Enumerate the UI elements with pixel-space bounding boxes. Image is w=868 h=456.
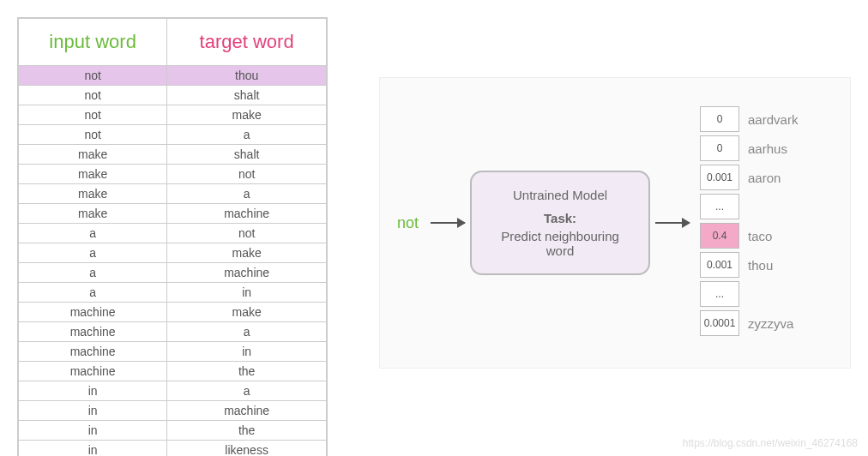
table-row: nota (19, 125, 327, 145)
output-row: ... (700, 194, 798, 219)
output-prob: ... (700, 281, 739, 307)
cell-input: make (19, 204, 167, 224)
cell-target: make (167, 303, 327, 322)
cell-input: not (19, 66, 167, 86)
cell-input: make (19, 165, 167, 184)
table-row: makea (19, 184, 327, 204)
cell-target: thou (167, 66, 327, 86)
table-row: notshalt (19, 86, 327, 105)
output-row: 0.001thou (700, 252, 798, 278)
output-row: 0.4taco (700, 223, 798, 249)
table-row: notmake (19, 105, 327, 125)
output-word: thou (748, 258, 773, 273)
input-word-label: not (397, 214, 419, 232)
cell-target: likeness (167, 441, 327, 457)
output-prob: 0 (700, 106, 739, 132)
cell-input: not (19, 105, 167, 125)
model-title: Untrained Model (491, 188, 630, 202)
table-row: anot (19, 224, 327, 243)
table-row: ina (19, 381, 327, 401)
output-word: aarhus (748, 141, 787, 156)
cell-input: make (19, 145, 167, 165)
table-row: amake (19, 243, 327, 263)
output-row: 0aardvark (700, 106, 798, 132)
cell-input: not (19, 86, 167, 105)
output-prob: 0 (700, 135, 739, 161)
cell-target: a (167, 381, 327, 401)
table-row: notthou (19, 66, 327, 86)
output-prob: 0.0001 (700, 310, 739, 336)
cell-target: not (167, 224, 327, 243)
cell-target: make (167, 243, 327, 263)
arrow-out-icon (655, 222, 690, 224)
output-prob: 0.001 (700, 252, 739, 278)
model-diagram: not Untrained Model Task: Predict neighb… (379, 77, 851, 369)
table-row: inmachine (19, 401, 327, 421)
cell-target: machine (167, 401, 327, 421)
header-input-word: input word (19, 19, 167, 66)
output-row: 0.001aaron (700, 165, 798, 190)
model-task-desc: Predict neighbouring word (491, 229, 630, 258)
cell-target: the (167, 362, 327, 381)
output-word: taco (748, 229, 772, 243)
cell-target: the (167, 421, 327, 441)
cell-target: shalt (167, 145, 327, 165)
table-row: makenot (19, 165, 327, 184)
cell-target: shalt (167, 86, 327, 105)
cell-input: a (19, 283, 167, 303)
output-row: 0.0001zyzzyva (700, 310, 798, 336)
cell-target: in (167, 342, 327, 362)
table-row: machinemake (19, 303, 327, 322)
watermark: https://blog.csdn.net/weixin_46274168 (683, 437, 858, 449)
cell-input: not (19, 125, 167, 145)
output-prob: ... (700, 194, 739, 219)
table-row: machinea (19, 322, 327, 342)
cell-input: in (19, 381, 167, 401)
cell-input: a (19, 224, 167, 243)
cell-input: in (19, 421, 167, 441)
table-row: machinethe (19, 362, 327, 381)
table-row: amachine (19, 263, 327, 283)
table-row: inlikeness (19, 441, 327, 457)
output-vector: 0aardvark0aarhus0.001aaron...0.4taco0.00… (700, 106, 798, 339)
cell-input: machine (19, 322, 167, 342)
output-prob: 0.001 (700, 165, 739, 190)
cell-input: in (19, 401, 167, 421)
cell-target: in (167, 283, 327, 303)
arrow-in-icon (431, 222, 465, 224)
cell-target: a (167, 184, 327, 204)
output-word: zyzzyva (748, 316, 793, 331)
cell-target: a (167, 322, 327, 342)
output-prob: 0.4 (700, 223, 739, 249)
output-word: aardvark (748, 112, 798, 127)
cell-input: make (19, 184, 167, 204)
cell-target: make (167, 105, 327, 125)
table-row: makeshalt (19, 145, 327, 165)
training-pairs-table: input word target word notthounotshaltno… (17, 17, 328, 456)
cell-input: a (19, 263, 167, 283)
table-row: makemachine (19, 204, 327, 224)
cell-target: not (167, 165, 327, 184)
model-box: Untrained Model Task: Predict neighbouri… (470, 171, 650, 275)
cell-target: machine (167, 263, 327, 283)
cell-input: machine (19, 303, 167, 322)
header-target-word: target word (167, 19, 327, 66)
model-task-label: Task: (491, 211, 630, 225)
cell-target: machine (167, 204, 327, 224)
output-row: 0aarhus (700, 135, 798, 161)
output-word: aaron (748, 171, 781, 185)
cell-input: machine (19, 362, 167, 381)
output-row: ... (700, 281, 798, 307)
cell-input: machine (19, 342, 167, 362)
table-row: inthe (19, 421, 327, 441)
cell-input: in (19, 441, 167, 457)
table-row: ain (19, 283, 327, 303)
cell-input: a (19, 243, 167, 263)
cell-target: a (167, 125, 327, 145)
table-row: machinein (19, 342, 327, 362)
